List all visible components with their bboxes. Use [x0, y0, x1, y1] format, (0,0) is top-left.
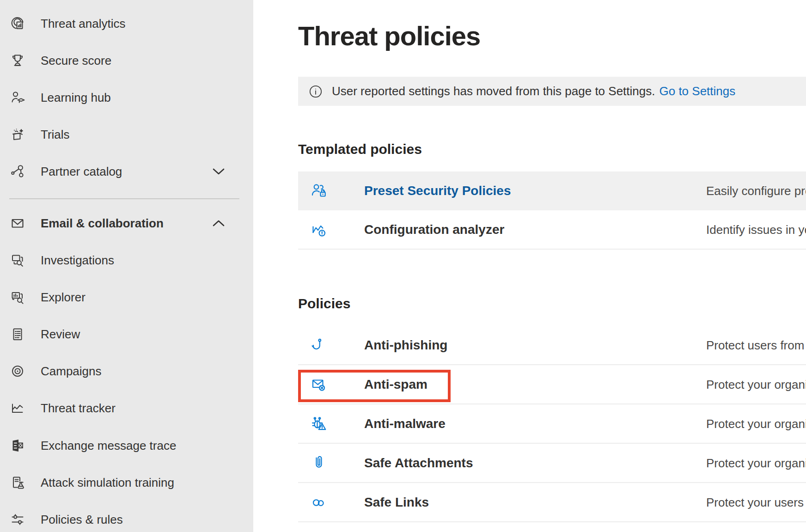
sidebar-item-review[interactable]: Review	[0, 316, 253, 353]
configuration-analyzer-icon	[310, 220, 328, 239]
sidebar-item-threat-tracker[interactable]: Threat tracker	[0, 390, 253, 427]
policy-row-label: Anti-malware	[364, 416, 446, 431]
sidebar-divider	[9, 198, 239, 199]
policy-row-description: Protect users from p	[706, 338, 806, 352]
sidebar-item-attack-simulation-training[interactable]: Attack simulation training	[0, 464, 253, 501]
policy-row-anti-phishing[interactable]: Anti-phishing Protect users from p	[298, 326, 806, 365]
sidebar-item-label: Attack simulation training	[41, 476, 174, 490]
sidebar-item-label: Investigations	[41, 253, 114, 268]
sidebar-item-learning-hub[interactable]: Learning hub	[0, 79, 253, 116]
page-title: Threat policies	[298, 20, 480, 51]
sidebar-item-label: Threat analytics	[41, 17, 126, 31]
campaigns-icon	[9, 363, 26, 379]
info-icon	[309, 85, 322, 98]
policy-row-label: Safe Attachments	[364, 456, 473, 471]
sidebar-item-label: Exchange message trace	[41, 439, 176, 453]
policy-row-configuration-analyzer[interactable]: Configuration analyzer Identify issues i…	[298, 210, 806, 250]
exchange-icon	[9, 437, 26, 454]
bug-warning-icon	[310, 415, 328, 433]
sidebar-item-explorer[interactable]: Explorer	[0, 279, 253, 316]
sidebar-item-campaigns[interactable]: Campaigns	[0, 353, 253, 390]
sidebar-item-label: Email & collaboration	[41, 216, 164, 231]
sidebar-item-label: Campaigns	[41, 364, 102, 379]
sidebar-item-email-collaboration[interactable]: Email & collaboration	[0, 205, 253, 242]
investigations-icon	[9, 252, 26, 269]
chain-links-icon	[310, 493, 328, 512]
sidebar: Threat analytics Secure score	[0, 0, 253, 532]
info-banner: User reported settings has moved from th…	[298, 77, 806, 106]
trials-icon	[9, 126, 26, 143]
explorer-icon	[9, 289, 26, 306]
threat-analytics-icon	[9, 15, 26, 32]
preset-security-icon	[310, 182, 328, 200]
chevron-up-icon[interactable]	[213, 220, 225, 227]
envelope-block-icon	[310, 375, 328, 394]
policy-row-preset-security-policies[interactable]: Preset Security Policies Easily configur…	[298, 171, 806, 210]
policy-row-label: Anti-spam	[364, 377, 427, 392]
partner-catalog-icon	[9, 163, 26, 180]
policy-row-safe-attachments[interactable]: Safe Attachments Protect your organiz	[298, 444, 806, 483]
policy-row-description: Protect your organiz	[706, 416, 806, 431]
banner-message: User reported settings has moved from th…	[332, 84, 655, 98]
policy-row-description: Easily configure prot	[706, 184, 806, 198]
sidebar-item-label: Partner catalog	[41, 165, 122, 179]
policy-row-label: Safe Links	[364, 495, 429, 510]
threat-policies-page: Threat analytics Secure score	[0, 0, 806, 532]
fish-hook-icon	[310, 336, 328, 355]
policy-row-description: Identify issues in you	[706, 222, 806, 237]
threat-tracker-icon	[9, 400, 26, 416]
policy-row-safe-links[interactable]: Safe Links Protect your users fr	[298, 483, 806, 522]
sidebar-item-label: Trials	[41, 128, 70, 142]
chevron-down-icon[interactable]	[213, 168, 225, 175]
learning-hub-icon	[9, 89, 26, 106]
policy-row-label: Configuration analyzer	[364, 222, 504, 237]
paperclip-icon	[310, 454, 328, 472]
envelope-icon	[9, 215, 26, 232]
sidebar-item-secure-score[interactable]: Secure score	[0, 42, 253, 79]
review-icon	[9, 326, 26, 342]
policy-row-description: Protect your organiz	[706, 377, 806, 391]
sidebar-item-label: Explorer	[41, 290, 85, 305]
policy-row-label: Preset Security Policies	[364, 183, 511, 198]
policy-row-anti-spam[interactable]: Anti-spam Protect your organiz	[298, 365, 806, 404]
policy-row-description: Protect your organiz	[706, 456, 806, 470]
sidebar-item-label: Policies & rules	[41, 513, 123, 527]
sidebar-item-label: Review	[41, 327, 80, 342]
sidebar-item-exchange-message-trace[interactable]: Exchange message trace	[0, 427, 253, 464]
sidebar-item-label: Secure score	[41, 54, 111, 68]
templated-policies-heading: Templated policies	[298, 141, 422, 157]
trophy-icon	[9, 52, 26, 69]
sidebar-item-label: Threat tracker	[41, 401, 116, 416]
sidebar-item-threat-analytics[interactable]: Threat analytics	[0, 5, 253, 42]
sidebar-item-trials[interactable]: Trials	[0, 116, 253, 153]
sidebar-item-partner-catalog[interactable]: Partner catalog	[0, 153, 253, 190]
sidebar-item-policies-rules[interactable]: Policies & rules	[0, 501, 253, 532]
sidebar-item-investigations[interactable]: Investigations	[0, 242, 253, 279]
sidebar-item-label: Learning hub	[41, 91, 111, 105]
policy-row-label: Anti-phishing	[364, 338, 447, 353]
attack-simulation-icon	[9, 474, 26, 491]
policies-heading: Policies	[298, 296, 350, 312]
policy-row-anti-malware[interactable]: Anti-malware Protect your organiz	[298, 404, 806, 444]
sliders-icon	[9, 511, 26, 528]
policy-row-description: Protect your users fr	[706, 495, 806, 509]
go-to-settings-link[interactable]: Go to Settings	[659, 84, 735, 98]
main-content: Threat policies User reported settings h…	[253, 0, 806, 532]
